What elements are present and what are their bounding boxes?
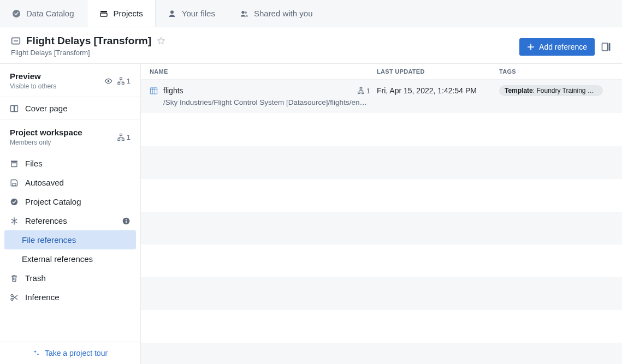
workspace-subtitle: Members only bbox=[10, 139, 82, 146]
content-pane: NAME LAST UPDATED TAGS flights 1 Fri, Ap… bbox=[141, 64, 622, 364]
column-header-last-updated[interactable]: LAST UPDATED bbox=[377, 68, 499, 75]
dataset-icon bbox=[150, 87, 158, 95]
svg-point-5 bbox=[245, 11, 247, 14]
plus-icon bbox=[527, 43, 535, 51]
sidebar-item-cover-page[interactable]: Cover page bbox=[0, 97, 140, 120]
svg-rect-14 bbox=[120, 134, 122, 135]
sidebar-item-autosaved[interactable]: Autosaved bbox=[0, 173, 140, 192]
tab-your-files[interactable]: Your files bbox=[156, 0, 228, 27]
top-tab-bar: Data Catalog Projects Your files Shared … bbox=[0, 0, 622, 27]
users-icon bbox=[240, 9, 248, 18]
archive-icon bbox=[10, 159, 19, 168]
add-reference-button[interactable]: Add reference bbox=[519, 38, 595, 56]
row-last-updated: Fri, Apr 15, 2022, 1:42:54 PM bbox=[377, 86, 499, 95]
star-icon[interactable] bbox=[157, 37, 165, 45]
project-tour-link[interactable]: Take a project tour bbox=[33, 349, 108, 357]
svg-rect-23 bbox=[126, 220, 127, 223]
svg-rect-30 bbox=[360, 87, 362, 89]
row-name: flights bbox=[163, 86, 352, 95]
tab-label: Your files bbox=[182, 9, 215, 18]
svg-rect-2 bbox=[100, 13, 107, 16]
checkmark-badge-icon bbox=[10, 198, 19, 206]
book-icon bbox=[10, 104, 19, 113]
preview-reference-count: 1 bbox=[117, 77, 131, 85]
sidebar-item-label: File references bbox=[22, 235, 126, 244]
column-header-name[interactable]: NAME bbox=[150, 68, 377, 75]
sidebar: Preview Visible to others 1 Cover page bbox=[0, 64, 141, 364]
row-reference-count: 1 bbox=[357, 87, 370, 95]
svg-rect-15 bbox=[118, 139, 120, 140]
sitemap-icon bbox=[117, 77, 125, 85]
tab-shared-with-you[interactable]: Shared with you bbox=[228, 0, 325, 27]
scissors-icon bbox=[10, 293, 19, 302]
sidebar-item-label: Project Catalog bbox=[25, 197, 131, 206]
sidebar-section-workspace: Project workspace Members only 1 bbox=[0, 120, 140, 150]
sparkle-icon bbox=[33, 349, 40, 357]
sidebar-item-label: References bbox=[25, 216, 115, 225]
svg-rect-31 bbox=[358, 92, 360, 94]
page-title: Flight Delays [Transform] bbox=[26, 35, 151, 47]
asterisk-icon bbox=[10, 217, 19, 225]
floppy-icon bbox=[10, 178, 19, 187]
column-header-tags[interactable]: TAGS bbox=[499, 68, 613, 75]
table-row[interactable]: flights 1 Fri, Apr 15, 2022, 1:42:54 PM … bbox=[141, 80, 622, 114]
panel-toggle-icon[interactable] bbox=[601, 42, 611, 52]
workspace-title: Project workspace bbox=[10, 128, 82, 137]
svg-point-3 bbox=[170, 10, 174, 14]
sidebar-item-project-catalog[interactable]: Project Catalog bbox=[0, 192, 140, 211]
user-icon bbox=[168, 9, 176, 18]
sidebar-item-references[interactable]: References bbox=[0, 211, 140, 230]
preview-subtitle: Visible to others bbox=[10, 82, 56, 90]
svg-rect-9 bbox=[609, 43, 611, 51]
sidebar-item-label: Cover page bbox=[25, 104, 131, 113]
svg-rect-19 bbox=[13, 183, 16, 186]
sidebar-item-inference[interactable]: Inference bbox=[0, 288, 140, 307]
svg-rect-1 bbox=[100, 11, 107, 13]
tab-data-catalog[interactable]: Data Catalog bbox=[0, 0, 87, 27]
svg-rect-8 bbox=[602, 43, 608, 51]
sidebar-footer: Take a project tour bbox=[0, 342, 140, 364]
tag-pill[interactable]: Template: Foundry Training and R… bbox=[499, 85, 603, 96]
sidebar-item-files[interactable]: Files bbox=[0, 154, 140, 173]
sidebar-item-trash[interactable]: Trash bbox=[0, 268, 140, 288]
empty-rows-area bbox=[141, 114, 622, 364]
table-header-row: NAME LAST UPDATED TAGS bbox=[141, 64, 622, 80]
sidebar-item-label: Autosaved bbox=[25, 178, 131, 187]
sidebar-item-label: Trash bbox=[25, 273, 131, 283]
sidebar-item-file-references[interactable]: File references bbox=[4, 230, 136, 249]
project-icon bbox=[11, 36, 21, 46]
tab-label: Projects bbox=[114, 9, 143, 18]
svg-rect-16 bbox=[122, 139, 124, 140]
workspace-reference-count: 1 bbox=[117, 133, 131, 141]
button-label: Add reference bbox=[539, 43, 587, 51]
sidebar-item-label: Inference bbox=[25, 293, 131, 302]
svg-rect-32 bbox=[362, 92, 364, 94]
sidebar-item-label: Files bbox=[25, 159, 131, 168]
svg-rect-13 bbox=[122, 82, 124, 84]
sidebar-item-label: External references bbox=[22, 254, 131, 264]
sidebar-item-external-references[interactable]: External references bbox=[0, 249, 140, 268]
sitemap-icon bbox=[117, 133, 125, 141]
svg-rect-18 bbox=[11, 163, 17, 166]
row-path: /Sky Industries/Flight Control System [D… bbox=[150, 98, 368, 106]
tab-projects[interactable]: Projects bbox=[87, 0, 156, 27]
trash-icon bbox=[10, 274, 19, 283]
svg-rect-11 bbox=[120, 77, 122, 79]
info-icon[interactable] bbox=[122, 217, 131, 225]
sitemap-icon bbox=[357, 87, 365, 94]
tab-label: Shared with you bbox=[254, 9, 313, 18]
tour-link-label: Take a project tour bbox=[45, 349, 108, 357]
svg-rect-26 bbox=[150, 87, 157, 93]
breadcrumb: Flight Delays [Transform] bbox=[11, 49, 165, 57]
svg-rect-12 bbox=[118, 82, 120, 84]
svg-rect-17 bbox=[11, 160, 17, 162]
sidebar-section-preview: Preview Visible to others 1 bbox=[0, 64, 140, 97]
svg-point-10 bbox=[107, 80, 109, 82]
checkmark-badge-icon bbox=[12, 9, 21, 18]
projects-icon bbox=[99, 9, 108, 18]
tab-label: Data Catalog bbox=[26, 9, 74, 18]
eye-icon[interactable] bbox=[104, 77, 112, 85]
preview-title: Preview bbox=[10, 71, 56, 81]
project-header: Flight Delays [Transform] Flight Delays … bbox=[0, 27, 622, 64]
svg-point-22 bbox=[126, 219, 127, 220]
